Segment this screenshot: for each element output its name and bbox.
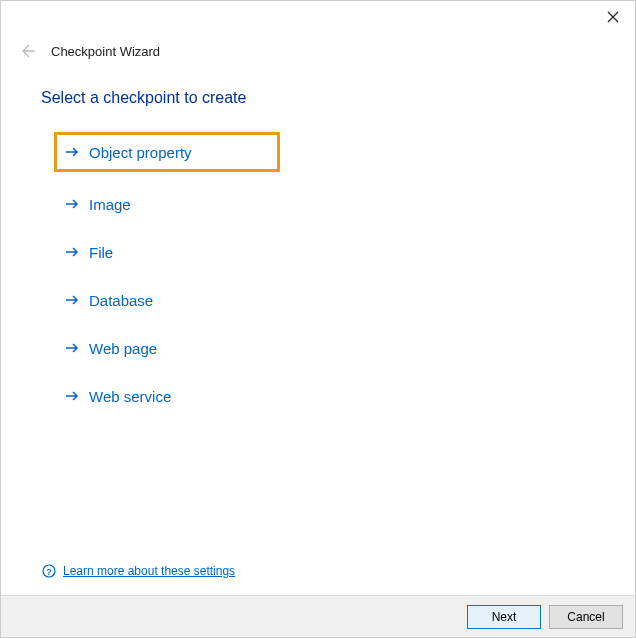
close-button[interactable] [603,7,623,27]
help-section: ? Learn more about these settings [41,563,235,579]
arrow-right-icon [63,243,81,261]
cancel-button[interactable]: Cancel [549,605,623,629]
back-arrow-icon [17,41,37,61]
back-button[interactable] [13,37,41,65]
option-file[interactable]: File [57,239,119,265]
next-button[interactable]: Next [467,605,541,629]
option-web-service[interactable]: Web service [57,383,177,409]
option-image[interactable]: Image [57,191,137,217]
wizard-header: Checkpoint Wizard [1,33,635,81]
arrow-right-icon [63,291,81,309]
titlebar [1,1,635,33]
arrow-right-icon [63,387,81,405]
page-heading: Select a checkpoint to create [41,89,619,107]
option-web-page[interactable]: Web page [57,335,163,361]
svg-text:?: ? [46,567,52,577]
option-database[interactable]: Database [57,287,159,313]
content-area: Select a checkpoint to create Object pro… [1,81,635,409]
help-link[interactable]: Learn more about these settings [63,564,235,578]
option-label: Web page [89,340,157,357]
option-label: File [89,244,113,261]
close-icon [607,11,619,23]
help-icon: ? [41,563,57,579]
arrow-right-icon [63,195,81,213]
arrow-right-icon [63,143,81,161]
wizard-title: Checkpoint Wizard [51,44,160,59]
button-bar: Next Cancel [1,595,635,637]
option-label: Database [89,292,153,309]
option-label: Web service [89,388,171,405]
option-label: Object property [89,144,192,161]
option-label: Image [89,196,131,213]
option-object-property[interactable]: Object property [57,135,277,169]
checkpoint-options-list: Object property Image File Database Web [41,135,619,409]
arrow-right-icon [63,339,81,357]
